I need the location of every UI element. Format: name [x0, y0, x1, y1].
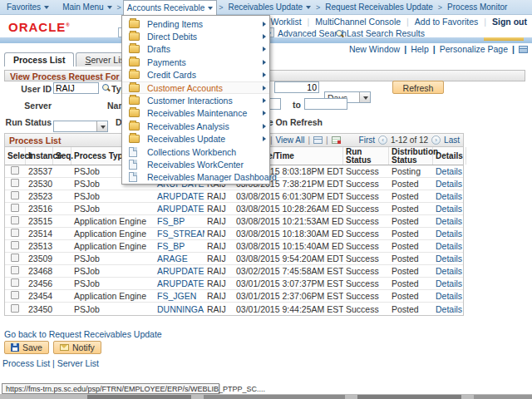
details-link[interactable]: Details [433, 254, 463, 264]
cell-process-name[interactable]: ARUPDATE [155, 266, 204, 276]
menu-item-receivables-analysis[interactable]: Receivables Analysis [122, 120, 269, 132]
row-select-checkbox[interactable] [11, 229, 19, 237]
cell-dist-status: Posted [389, 278, 433, 288]
row-select-checkbox[interactable] [11, 278, 19, 287]
cell-process-name[interactable]: DUNNINGA [155, 304, 204, 314]
cell-user: RAIJ [204, 204, 234, 214]
cell-process-name[interactable]: ARAGE [155, 254, 204, 264]
menu-item-direct-debits[interactable]: Direct Debits [122, 30, 269, 42]
taskbar-strip [0, 394, 532, 399]
page-link-personalize-page[interactable]: Personalize Page [440, 44, 508, 54]
server-select[interactable] [53, 121, 108, 132]
row-select-checkbox[interactable] [11, 254, 19, 262]
menu-item-drafts[interactable]: Drafts [122, 43, 269, 56]
download-grid-icon[interactable] [332, 136, 341, 144]
folder-icon [129, 58, 140, 66]
cell-process-name[interactable]: FS_BP [155, 241, 204, 251]
details-link[interactable]: Details [433, 241, 463, 251]
sign-out-link[interactable]: Sign out [492, 17, 527, 27]
breadcrumb-item-favorites[interactable]: Favorites [3, 1, 52, 14]
details-link[interactable]: Details [433, 278, 463, 288]
last-days-field[interactable] [274, 81, 319, 93]
details-link[interactable]: Details [433, 179, 463, 189]
row-select-checkbox[interactable] [11, 241, 19, 249]
page-link-new-window[interactable]: New Window [349, 44, 400, 54]
view-all-link[interactable]: View All [276, 135, 305, 145]
details-link[interactable]: Details [433, 266, 463, 276]
table-row: 23509PSJobARAGERAIJ03/08/2015 9:54:20AM … [5, 253, 463, 265]
menu-item-receivables-maintenance[interactable]: Receivables Maintenance [122, 107, 269, 120]
bottom-link-server-list[interactable]: Server List [57, 358, 99, 368]
details-link[interactable]: Details [433, 166, 463, 176]
first-link[interactable]: First [359, 135, 375, 145]
cell-process-name[interactable]: ARUPDATE [155, 278, 204, 288]
folder-icon [129, 135, 140, 143]
row-select-checkbox[interactable] [11, 191, 19, 200]
page-icon [129, 147, 137, 157]
row-select-checkbox[interactable] [11, 179, 19, 187]
row-select-checkbox[interactable] [11, 216, 19, 224]
row-select-checkbox[interactable] [11, 266, 19, 274]
breadcrumb-item-receivables-update[interactable]: Receivables Update [225, 1, 315, 14]
row-select-checkbox[interactable] [11, 304, 19, 313]
menu-item-credit-cards[interactable]: Credit Cards [122, 69, 269, 81]
row-select-checkbox[interactable] [11, 204, 19, 212]
cell-process-name[interactable]: FS_JGEN [155, 291, 204, 301]
breadcrumb-item-process-monitor[interactable]: Process Monitor [444, 1, 510, 14]
menu-item-collections-workbench[interactable]: Collections Workbench [122, 145, 269, 158]
user-id-lookup-icon[interactable] [102, 84, 110, 91]
last-link[interactable]: Last [444, 135, 460, 145]
menu-item-customer-interactions[interactable]: Customer Interactions [122, 94, 269, 106]
breadcrumb-item-request-receivables-update[interactable]: Request Receivables Update [322, 1, 436, 14]
menu-item-customer-accounts[interactable]: Customer Accounts [122, 81, 269, 94]
user-id-field[interactable] [53, 82, 99, 94]
cell-instance: 23515 [26, 216, 53, 226]
menu-item-receivables-manager-dashboard[interactable]: Receivables Manager Dashboard [122, 171, 269, 184]
menu-item-pending-items[interactable]: Pending Items [122, 17, 269, 30]
next-page-icon[interactable]: › [431, 135, 441, 145]
refresh-button[interactable]: Refresh [392, 81, 444, 94]
cell-process-name[interactable]: FS_BP [155, 216, 204, 226]
cell-run-status: Success [343, 191, 389, 201]
tab-process-list[interactable]: Process List [4, 52, 74, 66]
copy-url-icon[interactable] [519, 46, 528, 53]
nav-link-add-to-favorites[interactable]: Add to Favorites [415, 17, 478, 27]
zoom-grid-icon[interactable] [313, 136, 323, 144]
folder-icon [129, 84, 140, 92]
go-back-link[interactable]: Go back to Request Receivables Update [4, 329, 162, 339]
nav-link-multichannel-console[interactable]: MultiChannel Console [315, 17, 401, 27]
bottom-link-process-list[interactable]: Process List [2, 358, 50, 368]
folder-icon [129, 109, 140, 117]
previous-page-icon[interactable]: ‹ [378, 135, 387, 145]
details-link[interactable]: Details [433, 204, 463, 214]
menu-item-payments[interactable]: Payments [122, 56, 269, 68]
cell-run-status: Success [343, 278, 389, 288]
details-link[interactable]: Details [433, 291, 463, 301]
breadcrumb-item-accounts-receivable[interactable]: Accounts Receivable [123, 0, 217, 15]
details-link[interactable]: Details [433, 304, 463, 314]
save-button[interactable]: Save [4, 341, 49, 354]
menu-item-receivables-workcenter[interactable]: Receivables WorkCenter [122, 158, 269, 170]
cell-process-name[interactable]: ARUPDATE [155, 204, 204, 214]
cell-instance: 23516 [26, 204, 53, 214]
page-links: New Window|Help|Personalize Page| [349, 44, 528, 54]
details-link[interactable]: Details [433, 191, 463, 201]
notify-button[interactable]: Notify [53, 341, 101, 354]
breadcrumb-item-main-menu[interactable]: Main Menu [59, 1, 115, 14]
menu-item-receivables-update[interactable]: Receivables Update [122, 133, 269, 145]
page-link-help[interactable]: Help [411, 44, 429, 54]
instance-to-field[interactable] [304, 98, 347, 110]
cell-process-name[interactable]: ARUPDATE [155, 191, 204, 201]
chevron-down-icon [44, 6, 49, 9]
row-select-checkbox[interactable] [11, 166, 19, 175]
submenu-arrow-icon [263, 136, 266, 141]
cell-process-name[interactable]: FS_STREAMLN [155, 229, 204, 239]
cell-dist-status: Posted [389, 179, 433, 189]
row-select-checkbox[interactable] [11, 291, 19, 299]
details-link[interactable]: Details [433, 216, 463, 226]
table-row: 23450PSJobDUNNINGARAIJ03/01/2015 9:44:25… [5, 303, 463, 315]
oracle-logo: ORACLE® [8, 20, 71, 34]
details-link[interactable]: Details [433, 229, 463, 239]
nav-link-worklist[interactable]: Worklist [270, 17, 301, 27]
table-row: 23516PSJobARUPDATERAIJ03/08/2015 10:28:2… [5, 203, 463, 215]
